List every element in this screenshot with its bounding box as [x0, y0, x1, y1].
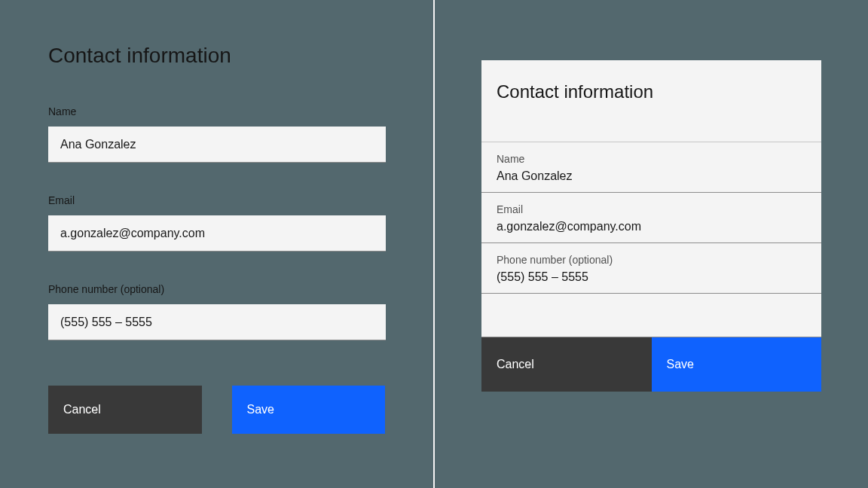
dialog-header: Contact information — [481, 60, 821, 142]
form-title: Contact information — [48, 44, 385, 68]
phone-input[interactable] — [48, 304, 386, 340]
name-input[interactable] — [48, 127, 386, 163]
save-button[interactable]: Save — [232, 386, 386, 434]
dialog-button-row: Cancel Save — [481, 337, 821, 392]
dialog-title: Contact information — [497, 81, 806, 102]
email-input[interactable] — [48, 215, 386, 252]
email-label: Email — [48, 194, 385, 206]
dialog-row-name: Name — [481, 142, 821, 193]
contact-form-left: Contact information Name Email Phone num… — [0, 0, 433, 434]
email-input[interactable] — [497, 220, 806, 233]
cancel-button[interactable]: Cancel — [481, 337, 652, 392]
name-input[interactable] — [497, 169, 806, 183]
name-label: Name — [497, 153, 806, 165]
cancel-button[interactable]: Cancel — [48, 386, 202, 434]
phone-label: Phone number (optional) — [48, 283, 385, 295]
button-row: Cancel Save — [48, 386, 385, 434]
phone-label: Phone number (optional) — [497, 254, 806, 266]
dialog-row-email: Email — [481, 193, 821, 243]
email-label: Email — [497, 203, 806, 215]
phone-input[interactable] — [497, 270, 806, 284]
save-button[interactable]: Save — [652, 337, 822, 392]
dialog-row-phone: Phone number (optional) — [481, 243, 821, 294]
contact-dialog: Contact information Name Email Phone num… — [481, 60, 821, 392]
name-label: Name — [48, 105, 385, 117]
dialog-spacer — [481, 294, 821, 337]
